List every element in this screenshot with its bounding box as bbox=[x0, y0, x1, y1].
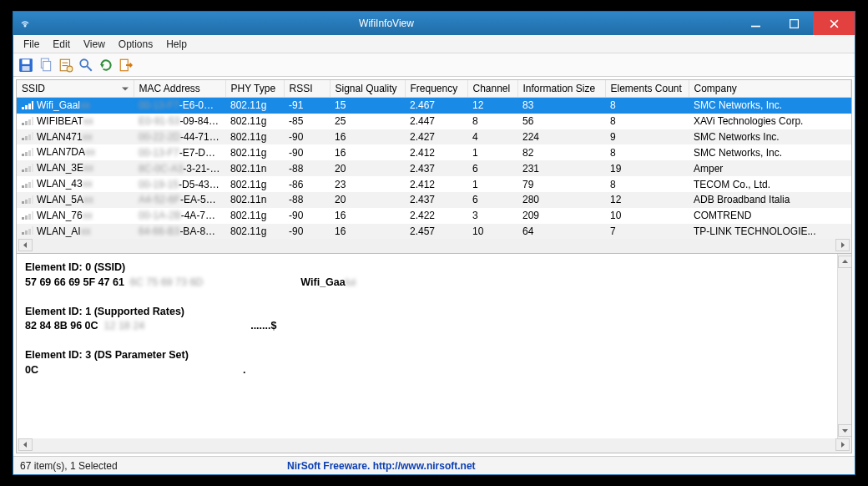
table-row[interactable]: Wifi_Gaalxx00-13-F7-E6-0E-3E802.11g-9115… bbox=[17, 98, 851, 114]
cell-company: ADB Broadband Italia bbox=[689, 192, 851, 208]
element-3-title: Element ID: 3 (DS Parameter Set) bbox=[25, 349, 189, 361]
svg-marker-35 bbox=[32, 164, 33, 172]
scroll-left-icon[interactable] bbox=[18, 438, 33, 451]
cell-elcount: 7 bbox=[605, 224, 689, 240]
scroll-left-icon[interactable] bbox=[18, 239, 33, 251]
col-rssi[interactable]: RSSI bbox=[284, 80, 330, 98]
menu-help[interactable]: Help bbox=[159, 37, 194, 52]
network-grid[interactable]: SSID MAC Address PHY Type RSSI Signal Qu… bbox=[17, 80, 851, 254]
cell-elcount: 10 bbox=[605, 208, 689, 224]
col-infosize[interactable]: Information Size bbox=[517, 80, 605, 98]
menu-view[interactable]: View bbox=[77, 37, 112, 52]
cell-infosize: 231 bbox=[517, 160, 605, 176]
col-mac[interactable]: MAC Address bbox=[134, 80, 225, 98]
table-row[interactable]: WLAN_76xx00-1A-2B-4A-76-40802.11g-90162.… bbox=[17, 208, 851, 224]
status-link[interactable]: NirSoft Freeware. http://www.nirsoft.net bbox=[287, 460, 848, 472]
details-text[interactable]: Element ID: 0 (SSID) 57 69 66 69 5F 47 6… bbox=[17, 254, 837, 438]
cell-rssi: -90 bbox=[284, 144, 330, 160]
cell-freq: 2.412 bbox=[405, 144, 467, 160]
cell-freq: 2.457 bbox=[405, 224, 467, 240]
table-row[interactable]: WLAN471xx00-22-2D-44-71-D9802.11g-90162.… bbox=[17, 129, 851, 145]
exit-icon[interactable] bbox=[119, 58, 134, 73]
cell-company: TP-LINK TECHNOLOGIE... bbox=[689, 224, 851, 240]
table-row[interactable]: WIFIBEATxxE0-91-53-09-84-B0802.11g-85252… bbox=[17, 114, 851, 129]
menu-options[interactable]: Options bbox=[112, 37, 159, 52]
cell-infosize: 83 bbox=[517, 98, 605, 114]
signal-bars-icon bbox=[22, 163, 33, 175]
scroll-down-icon[interactable] bbox=[838, 424, 852, 437]
scroll-right-icon[interactable] bbox=[835, 239, 850, 251]
maximize-button[interactable] bbox=[775, 12, 813, 35]
svg-marker-33 bbox=[25, 168, 28, 172]
svg-rect-5 bbox=[23, 66, 30, 71]
cell-mac: -E6-0E-3E bbox=[179, 99, 225, 111]
svg-line-13 bbox=[87, 66, 92, 71]
svg-marker-52 bbox=[23, 242, 27, 248]
cell-phy: 802.11g bbox=[225, 144, 284, 160]
grid-horizontal-scrollbar[interactable] bbox=[17, 239, 851, 253]
status-bar: 67 item(s), 1 Selected NirSoft Freeware.… bbox=[13, 456, 855, 474]
scroll-right-icon[interactable] bbox=[835, 438, 850, 451]
cell-freq: 2.447 bbox=[405, 114, 467, 129]
element-3-hex: 0C bbox=[25, 364, 38, 376]
svg-marker-24 bbox=[22, 138, 24, 140]
table-row[interactable]: WLAN_5AxxA4-52-6F-EA-5A-FE802.11n-88202.… bbox=[17, 192, 851, 208]
svg-marker-28 bbox=[22, 154, 24, 156]
cell-ssid: WLAN_43 bbox=[37, 178, 83, 190]
svg-marker-16 bbox=[22, 107, 24, 109]
refresh-icon[interactable] bbox=[98, 58, 114, 73]
menu-edit[interactable]: Edit bbox=[46, 37, 77, 52]
svg-marker-18 bbox=[28, 104, 31, 109]
details-vertical-scrollbar[interactable] bbox=[837, 254, 851, 438]
minimize-button[interactable] bbox=[736, 12, 775, 35]
col-company[interactable]: Company bbox=[689, 80, 851, 98]
col-elcount[interactable]: Elements Count bbox=[605, 80, 689, 98]
cell-mac: -44-71-D9 bbox=[180, 131, 225, 143]
svg-marker-20 bbox=[22, 123, 24, 125]
cell-infosize: 280 bbox=[517, 192, 605, 208]
cell-elcount: 19 bbox=[605, 160, 689, 176]
cell-company: SMC Networks, Inc. bbox=[689, 98, 851, 114]
find-icon[interactable] bbox=[78, 58, 93, 73]
svg-marker-27 bbox=[32, 132, 33, 140]
col-freq[interactable]: Frequency bbox=[405, 80, 467, 98]
svg-marker-41 bbox=[25, 200, 28, 204]
cell-freq: 2.437 bbox=[405, 160, 467, 176]
cell-company: SMC Networks Inc. bbox=[689, 129, 851, 145]
table-row[interactable]: WLAN_AIxx64-66-B3-BA-8A-14802.11g-90162.… bbox=[17, 224, 851, 240]
cell-mac: -3-21-3E-... bbox=[183, 163, 225, 175]
column-headers[interactable]: SSID MAC Address PHY Type RSSI Signal Qu… bbox=[17, 80, 851, 98]
title-bar[interactable]: WifiInfoView bbox=[13, 12, 855, 35]
table-row[interactable]: WLAN_43xx00-19-15-D5-43-1E802.11g-86232.… bbox=[17, 176, 851, 192]
toolbar bbox=[13, 53, 855, 77]
svg-marker-56 bbox=[23, 442, 27, 448]
svg-marker-53 bbox=[841, 242, 845, 248]
element-3-ascii: . bbox=[243, 364, 245, 376]
svg-point-12 bbox=[80, 59, 88, 67]
cell-elcount: 8 bbox=[605, 98, 689, 114]
cell-company: SMC Networks, Inc. bbox=[689, 144, 851, 160]
svg-marker-29 bbox=[25, 152, 28, 156]
save-icon[interactable] bbox=[18, 58, 33, 73]
table-row[interactable]: WLAN7DAxx00-13-F7-E7-DA-86802.11g-90162.… bbox=[17, 144, 851, 160]
details-horizontal-scrollbar[interactable] bbox=[17, 438, 851, 453]
close-button[interactable] bbox=[813, 12, 855, 35]
col-channel[interactable]: Channel bbox=[467, 80, 517, 98]
col-quality[interactable]: Signal Quality bbox=[330, 80, 405, 98]
col-ssid[interactable]: SSID bbox=[17, 80, 134, 98]
cell-ssid: WLAN_3E bbox=[37, 162, 83, 174]
cell-ssid: WLAN471 bbox=[37, 131, 83, 143]
cell-rssi: -90 bbox=[284, 224, 330, 240]
cell-rssi: -88 bbox=[284, 160, 330, 176]
signal-bars-icon bbox=[22, 100, 33, 112]
cell-elcount: 12 bbox=[605, 192, 689, 208]
properties-icon[interactable] bbox=[58, 58, 73, 73]
scroll-up-icon[interactable] bbox=[838, 256, 852, 268]
copy-icon[interactable] bbox=[38, 58, 53, 73]
table-row[interactable]: WLAN_3Exx8C-0C-A3-3-21-3E-...802.11n-882… bbox=[17, 160, 851, 176]
cell-ssid: WLAN_76 bbox=[37, 210, 83, 221]
menu-file[interactable]: File bbox=[17, 37, 46, 52]
cell-quality: 16 bbox=[330, 144, 405, 160]
col-phy[interactable]: PHY Type bbox=[225, 80, 284, 98]
cell-mac: -4A-76-40 bbox=[181, 210, 225, 221]
